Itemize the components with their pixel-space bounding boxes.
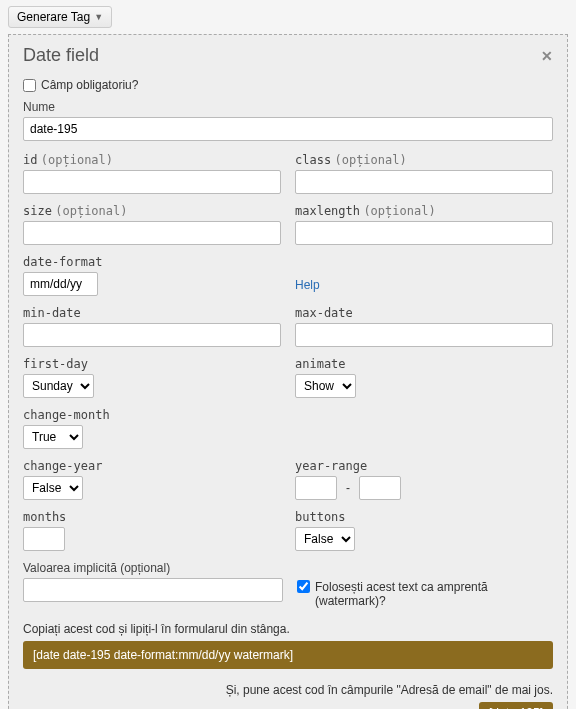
buttons-label: buttons xyxy=(295,510,553,524)
generate-tag-label: Generare Tag xyxy=(17,10,90,24)
months-input[interactable] xyxy=(23,527,65,551)
chevron-down-icon: ▼ xyxy=(94,12,103,22)
maxlength-label: maxlength (opțional) xyxy=(295,204,553,218)
change-month-select[interactable]: True xyxy=(23,425,83,449)
size-input[interactable] xyxy=(23,221,281,245)
change-month-label: change-month xyxy=(23,408,281,422)
default-value-input[interactable] xyxy=(23,578,283,602)
size-label: size (opțional) xyxy=(23,204,281,218)
change-year-select[interactable]: False xyxy=(23,476,83,500)
year-range-to-input[interactable] xyxy=(359,476,401,500)
email-instruction: Și, pune acest cod în câmpurile "Adresă … xyxy=(23,683,553,697)
generate-tag-button[interactable]: Generare Tag ▼ xyxy=(8,6,112,28)
maxlength-input[interactable] xyxy=(295,221,553,245)
id-label: id (opțional) xyxy=(23,153,281,167)
email-shortcode-output[interactable]: [date-195] xyxy=(479,702,553,709)
watermark-label: Folosești acest text ca amprentă (waterm… xyxy=(315,580,553,608)
required-label: Câmp obligatoriu? xyxy=(41,78,138,92)
watermark-checkbox[interactable] xyxy=(297,580,310,593)
max-date-input[interactable] xyxy=(295,323,553,347)
first-day-label: first-day xyxy=(23,357,281,371)
close-icon[interactable]: ✕ xyxy=(541,48,553,64)
buttons-select[interactable]: False xyxy=(295,527,355,551)
change-year-label: change-year xyxy=(23,459,281,473)
animate-label: animate xyxy=(295,357,553,371)
first-day-select[interactable]: Sunday xyxy=(23,374,94,398)
months-label: months xyxy=(23,510,281,524)
shortcode-output[interactable]: [date date-195 date-format:mm/dd/yy wate… xyxy=(23,641,553,669)
max-date-label: max-date xyxy=(295,306,553,320)
range-separator: - xyxy=(343,481,353,495)
arrow-down-icon: ↓ xyxy=(465,704,473,709)
class-label: class (opțional) xyxy=(295,153,553,167)
name-input[interactable] xyxy=(23,117,553,141)
year-range-label: year-range xyxy=(295,459,553,473)
copy-code-label: Copiați acest cod și lipiți-l în formula… xyxy=(23,622,553,636)
default-value-label: Valoarea implicită (opțional) xyxy=(23,561,553,575)
id-input[interactable] xyxy=(23,170,281,194)
required-checkbox[interactable] xyxy=(23,79,36,92)
date-field-panel: Date field ✕ Câmp obligatoriu? Nume id (… xyxy=(8,34,568,709)
panel-title: Date field xyxy=(23,45,99,66)
name-label: Nume xyxy=(23,100,553,114)
date-format-input[interactable] xyxy=(23,272,98,296)
min-date-label: min-date xyxy=(23,306,281,320)
help-link[interactable]: Help xyxy=(295,278,320,292)
min-date-input[interactable] xyxy=(23,323,281,347)
class-input[interactable] xyxy=(295,170,553,194)
animate-select[interactable]: Show xyxy=(295,374,356,398)
year-range-from-input[interactable] xyxy=(295,476,337,500)
date-format-label: date-format xyxy=(23,255,102,269)
